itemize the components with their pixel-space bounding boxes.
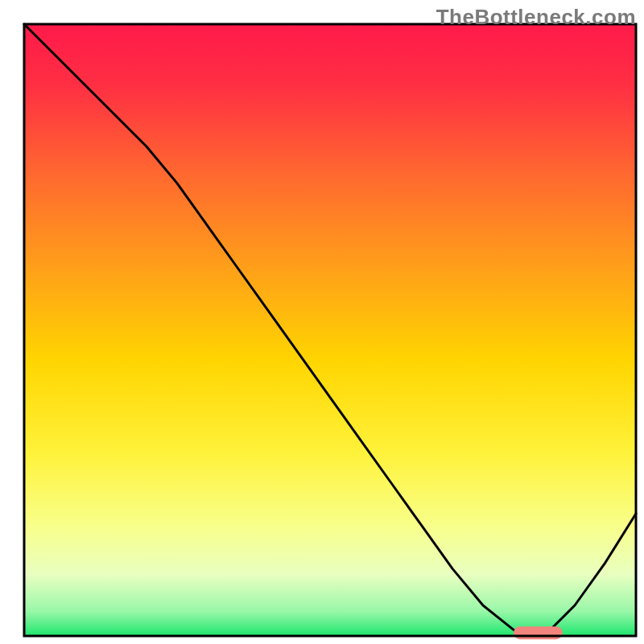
bottleneck-chart: TheBottleneck.com [0,0,644,644]
watermark-text: TheBottleneck.com [436,5,636,30]
optimal-marker [514,626,563,639]
chart-svg [0,0,644,644]
